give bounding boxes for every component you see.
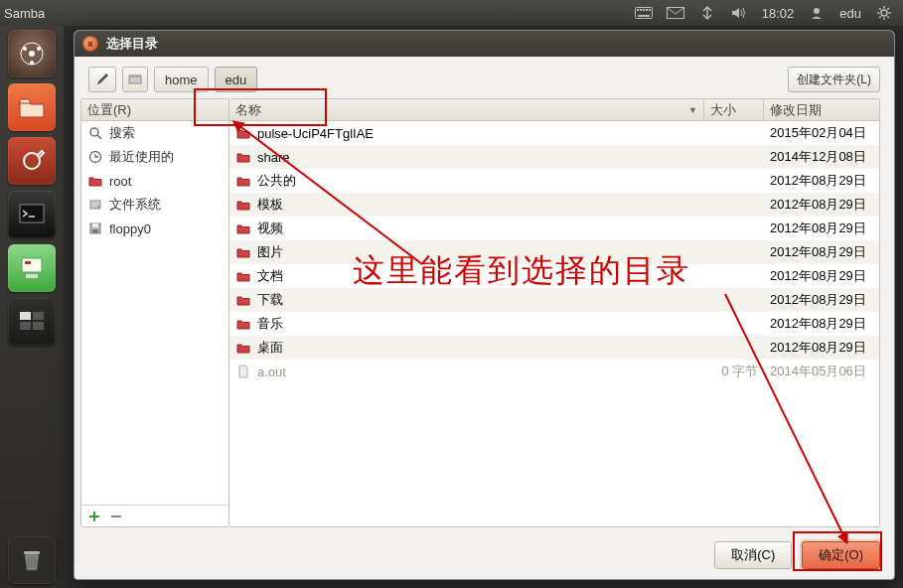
file-date: 2014年12月08日 xyxy=(764,148,879,166)
file-row[interactable]: 公共的2012年08月29日 xyxy=(229,169,879,193)
sidebar-header[interactable]: 位置(R) xyxy=(81,99,228,121)
sidebar-item-1[interactable]: 最近使用的 xyxy=(81,145,228,169)
keyboard-icon[interactable] xyxy=(635,4,653,22)
svg-rect-37 xyxy=(129,76,141,83)
sidebar-item-0[interactable]: 搜索 xyxy=(81,121,228,145)
folder-icon xyxy=(235,125,251,141)
file-date: 2012年08月29日 xyxy=(764,267,879,285)
file-name: a.out xyxy=(257,365,286,379)
unity-launcher xyxy=(0,26,64,588)
launcher-files[interactable] xyxy=(8,83,56,131)
file-name: pulse-UciP4FTglIAE xyxy=(257,126,374,141)
file-row[interactable]: 图片2012年08月29日 xyxy=(229,240,879,264)
file-name: 文档 xyxy=(257,267,283,285)
folder-icon xyxy=(235,220,251,236)
column-header-size[interactable]: 大小 xyxy=(704,99,764,120)
file-row: a.out0 字节2014年05月06日 xyxy=(229,360,879,383)
folder-icon xyxy=(235,197,251,213)
network-icon[interactable] xyxy=(698,4,716,22)
column-header-name[interactable]: 名称▼ xyxy=(229,99,704,120)
svg-rect-26 xyxy=(22,258,42,272)
svg-rect-28 xyxy=(25,261,31,264)
svg-point-39 xyxy=(90,128,98,136)
launcher-terminal[interactable] xyxy=(8,191,56,238)
folder-icon xyxy=(235,149,251,165)
svg-rect-31 xyxy=(20,322,31,330)
sidebar-item-4[interactable]: floppy0 xyxy=(81,217,228,240)
sidebar-item-label: 文件系统 xyxy=(109,196,161,214)
file-name: 图片 xyxy=(257,243,283,261)
folder-icon xyxy=(235,173,251,189)
launcher-trash[interactable] xyxy=(8,536,56,584)
sound-icon[interactable] xyxy=(730,4,748,22)
mail-icon[interactable] xyxy=(667,4,684,22)
svg-rect-45 xyxy=(92,223,98,227)
svg-rect-1 xyxy=(637,9,639,11)
dialog-footer: 取消(C) 确定(O) xyxy=(75,531,894,579)
svg-rect-6 xyxy=(638,15,650,17)
ok-button[interactable]: 确定(O) xyxy=(802,541,880,569)
folder-icon xyxy=(235,268,251,284)
file-row[interactable]: 桌面2012年08月29日 xyxy=(229,336,879,360)
svg-line-14 xyxy=(879,8,881,10)
breadcrumb-home[interactable]: home xyxy=(154,67,209,92)
folder-chooser-dialog: × 选择目录 home edu 创建文件夹(L) 位置(R) 搜索最近使用的ro… xyxy=(74,30,895,580)
add-bookmark-button[interactable] xyxy=(85,509,103,524)
file-icon xyxy=(235,364,251,379)
launcher-dash[interactable] xyxy=(8,30,56,77)
floppy-icon xyxy=(87,220,103,236)
file-name: 公共的 xyxy=(257,172,296,190)
launcher-samba[interactable] xyxy=(8,244,56,292)
svg-line-16 xyxy=(887,8,889,10)
file-row[interactable]: pulse-UciP4FTglIAE2015年02月04日 xyxy=(229,121,879,145)
file-date: 2014年05月06日 xyxy=(764,363,879,380)
remove-bookmark-button[interactable] xyxy=(107,509,125,524)
close-icon[interactable]: × xyxy=(82,36,98,52)
file-date: 2012年08月29日 xyxy=(764,339,879,357)
svg-rect-27 xyxy=(26,274,38,278)
file-date: 2015年02月04日 xyxy=(764,124,879,142)
file-name: 音乐 xyxy=(257,315,283,333)
file-date: 2012年08月29日 xyxy=(764,243,879,261)
file-row[interactable]: share2014年12月08日 xyxy=(229,145,879,169)
file-date: 2012年08月29日 xyxy=(764,291,879,309)
sidebar-item-2[interactable]: root xyxy=(81,169,228,193)
dialog-titlebar[interactable]: × 选择目录 xyxy=(75,31,894,57)
system-menubar: Samba 18:02 edu xyxy=(0,0,903,26)
dialog-title: 选择目录 xyxy=(106,35,158,53)
svg-line-40 xyxy=(97,135,101,139)
folder-icon xyxy=(235,244,251,260)
create-folder-button[interactable]: 创建文件夹(L) xyxy=(788,67,880,92)
svg-rect-23 xyxy=(20,99,30,103)
launcher-workspaces[interactable] xyxy=(8,298,56,346)
file-row[interactable]: 文档2012年08月29日 xyxy=(229,264,879,288)
svg-rect-4 xyxy=(646,9,648,11)
user-name[interactable]: edu xyxy=(839,6,861,21)
svg-rect-33 xyxy=(24,551,40,554)
breadcrumb-edu[interactable]: edu xyxy=(215,67,258,92)
svg-rect-25 xyxy=(20,205,44,222)
gear-icon[interactable] xyxy=(875,4,893,22)
launcher-settings[interactable] xyxy=(8,137,56,185)
edit-path-button[interactable] xyxy=(88,67,116,92)
disk-icon xyxy=(87,197,103,213)
places-sidebar: 位置(R) 搜索最近使用的root文件系统floppy0 xyxy=(80,98,229,527)
file-row[interactable]: 下载2012年08月29日 xyxy=(229,288,879,312)
file-date: 2012年08月29日 xyxy=(764,315,879,333)
app-title: Samba xyxy=(4,6,45,21)
sidebar-item-3[interactable]: 文件系统 xyxy=(81,193,228,217)
cancel-button[interactable]: 取消(C) xyxy=(714,541,792,569)
svg-point-24 xyxy=(24,153,40,169)
file-name: 桌面 xyxy=(257,339,283,357)
file-row[interactable]: 模板2012年08月29日 xyxy=(229,193,879,217)
column-header-date[interactable]: 修改日期 xyxy=(764,99,879,120)
svg-point-19 xyxy=(29,51,35,57)
breadcrumb-root[interactable] xyxy=(122,67,148,92)
file-row[interactable]: 音乐2012年08月29日 xyxy=(229,312,879,336)
file-row[interactable]: 视频2012年08月29日 xyxy=(229,217,879,240)
file-list[interactable]: 名称▼ 大小 修改日期 pulse-UciP4FTglIAE2015年02月04… xyxy=(229,98,880,527)
file-date: 2012年08月29日 xyxy=(764,172,879,190)
svg-rect-3 xyxy=(643,9,645,11)
clock[interactable]: 18:02 xyxy=(762,6,795,21)
svg-point-21 xyxy=(37,47,41,51)
